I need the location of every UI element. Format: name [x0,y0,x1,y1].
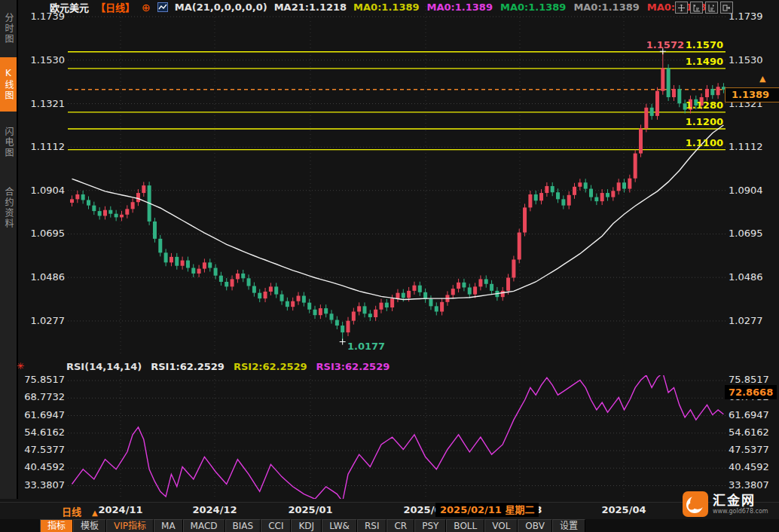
toolbar-button-BOLL[interactable]: BOLL [446,519,484,532]
rsi-tick-right: 33.3807 [729,479,772,491]
toolbar-button-RSI[interactable]: RSI [357,519,387,532]
price-alert-arrow-icon[interactable]: ▲ [759,74,765,84]
toolbar-button-CCI[interactable]: CCI [261,519,291,532]
toolbar-button-MACD[interactable]: MACD [183,519,225,532]
toolbar-button-PSY[interactable]: PSY [414,519,446,532]
current-price-box[interactable]: 1.1389 [725,87,779,102]
toolbar-button-OBV[interactable]: OBV [518,519,552,532]
chart-header: 欧元美元 【日线】 ⊕ MA(21,0,0,0,0,0) MA21:1.1218… [50,1,713,14]
ma-value-2: MA0:1.1389 [427,2,493,13]
ma-value-3: MA0:1.1389 [500,2,566,13]
price-tick-right: 1.1530 [729,54,772,66]
logo-url: www.gold678.com [713,508,768,515]
price-tick-left: 1.0695 [21,228,65,239]
level-label: 1.1280 [645,99,723,111]
rsi-tick-right: 61.6947 [729,409,772,420]
sidebar-tab-4[interactable]: 合约资料 [0,175,17,241]
rsi2-value: RSI2:62.2529 [234,361,307,372]
chevron-up-icon: ▲ [92,509,98,517]
date-hover-tooltip: 2025/02/11 星期二 [435,503,539,517]
ma-value-1: MA0:1.1389 [353,2,419,13]
price-tick-left: 1.1321 [21,98,65,109]
candles [70,51,726,341]
candlestick-chart[interactable] [68,6,726,354]
price-tick-left: 1.1112 [21,141,65,152]
rsi-tick-left: 40.4592 [21,461,65,472]
ma-formula: MA(21,0,0,0,0,0) [175,2,267,13]
add-indicator-icon[interactable]: ⊕ [142,2,151,14]
toolbar-button-指标[interactable]: 指标 [40,519,73,532]
toolbar-button-LW&[interactable]: LW& [322,519,357,532]
rsi-tick-right: 47.5377 [729,444,772,455]
rsi-chart[interactable] [68,375,726,499]
toolbar-button-模板[interactable]: 模板 [73,519,106,532]
price-tick-right: 1.1112 [729,141,772,152]
rsi-tick-right: 75.8517 [729,374,772,385]
period-tag: 【日线】 [96,0,135,14]
sidebar-tab-3[interactable]: 闪电图 [0,118,17,167]
rsi-tick-left: 54.6162 [21,427,65,438]
toolbar-button-VOL[interactable]: VOL [484,519,518,532]
price-tick-left: 1.0486 [21,271,65,283]
price-tick-right: 1.0904 [729,185,772,196]
price-tick-right: 1.0486 [729,271,772,283]
trading-app-window: 分时图K线图闪电图合约资料 欧元美元 【日线】 ⊕ MA(21,0,0,0,0,… [0,0,779,532]
logo-name: 汇金网 [713,494,768,508]
price-tick-right: 1.0695 [729,228,772,239]
toolbar-button-VIP指标[interactable]: VIP指标 [106,519,154,532]
lowest-price-label: 1.0177 [347,341,385,352]
rsi-tick-left: 47.5377 [21,444,65,455]
month-label: 2024/12 [181,504,249,515]
ma-indicator-icon[interactable] [157,2,168,12]
month-label: 2025/01 [276,504,344,515]
sidebar-tab-2[interactable]: K线图 [0,57,17,112]
price-tick-left: 1.0277 [21,315,65,326]
logo-icon [682,491,709,518]
price-tick-left: 1.1530 [21,54,65,66]
rsi-tick-left: 33.3807 [21,479,65,491]
month-label: 2025/04 [590,504,658,515]
toolbar-button-BIAS[interactable]: BIAS [225,519,261,532]
level-label: 1.1100 [645,137,723,148]
rsi-tick-left: 61.6947 [21,409,65,420]
level-label: 1.1200 [645,116,723,127]
rsi1-value: RSI1:62.2529 [151,361,225,372]
chart-type-sidebar: 分时图K线图闪电图合约资料 [0,0,18,499]
ma-value-4: MA0:1.1389 [573,2,639,13]
level-label: 1.1490 [645,56,723,67]
rsi-tick-right: 54.6162 [729,427,772,438]
rsi-tick-left: 68.7732 [21,391,65,402]
scale-right-icon[interactable] [705,2,718,14]
period-dropdown[interactable]: 日线▲ [62,504,98,518]
toolbar-button-CR[interactable]: CR [386,519,414,532]
indicator-alert-icon[interactable]: ✳ [17,361,24,371]
rsi-formula: RSI(14,14,14) [66,361,142,372]
chart-window-controls [675,2,733,14]
symbol-name: 欧元美元 [50,0,89,14]
price-tick-left: 1.0904 [21,185,65,196]
ma21-value: MA21:1.1218 [274,2,347,13]
toolbar-button-设置[interactable]: 设置 [552,519,585,532]
toolbar-button-MA[interactable]: MA [154,519,183,532]
toolbar-button-KDJ[interactable]: KDJ [291,519,322,532]
indicator-toolbar: 指标模板VIP指标MAMACDBIASCCIKDJLW&RSICRPSYBOLL… [0,519,779,532]
pan-tool-icon[interactable] [675,2,688,14]
ma-value-list: MA0:1.1389MA0:1.1389MA0:1.1389MA0:1.1389… [353,2,713,13]
rsi-tick-right: 40.4592 [729,461,772,472]
highest-price-label: 1.1572 [627,39,684,50]
price-tick-right: 1.1739 [729,11,772,22]
period-dropdown-label: 日线 [62,506,81,518]
rsi-tick-left: 75.8517 [21,374,65,385]
sidebar-tab-1[interactable]: 分时图 [0,4,17,54]
popout-icon[interactable] [720,2,733,14]
rsi-header: RSI(14,14,14) RSI1:62.2529 RSI2:62.2529 … [66,361,390,372]
scale-left-icon[interactable] [690,2,703,14]
price-tick-right: 1.0277 [729,315,772,326]
rsi3-value: RSI3:62.2529 [316,361,390,372]
rsi-hover-tooltip: 72.8668 [725,385,777,399]
site-logo: 汇金网 www.gold678.com [682,491,768,518]
